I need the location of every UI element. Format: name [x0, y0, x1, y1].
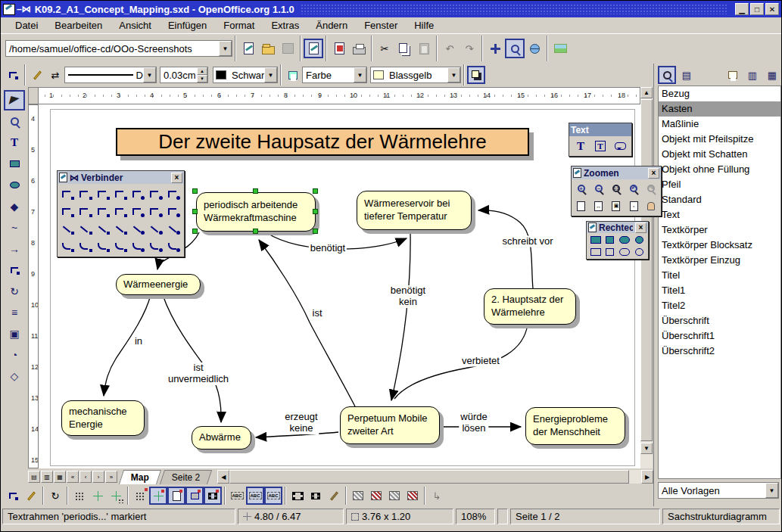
connector-option[interactable] — [129, 220, 147, 238]
undo-icon[interactable]: ↶ — [440, 39, 460, 58]
placeholder-picture-icon[interactable] — [349, 487, 367, 505]
fill-dialog-icon[interactable] — [284, 66, 302, 84]
menu-bearbeiten[interactable]: Bearbeiten — [46, 18, 111, 33]
selection-handle[interactable] — [313, 209, 318, 214]
node-waermereservoir[interactable]: Wärmereservoir bei tieferer Temperatur — [357, 191, 472, 230]
connector-option[interactable] — [76, 203, 94, 220]
style-item[interactable]: Objekt mit Schatten — [659, 147, 780, 162]
selection-handle[interactable] — [313, 188, 318, 194]
tool-rotate[interactable]: ↻ — [4, 281, 25, 301]
rotation-mode-icon[interactable]: ↻ — [46, 487, 64, 505]
node-mechanische-energie[interactable]: mechanische Energie — [61, 400, 145, 436]
copy-icon[interactable] — [394, 39, 414, 58]
close-button[interactable]: ✕ — [765, 3, 779, 15]
connector-option[interactable] — [147, 238, 164, 255]
scroll-up-icon[interactable]: ▲ — [640, 87, 653, 98]
presentation-styles-icon[interactable]: ▤ — [678, 66, 696, 84]
fill-style-dropdown-arrow[interactable]: ▼ — [354, 67, 366, 82]
drawing-canvas[interactable]: Der zweite Haupsatz der Wärmelehre benöt… — [39, 104, 640, 468]
zoom-icon[interactable] — [505, 39, 525, 58]
tool-select[interactable]: ◤ — [4, 90, 25, 110]
master-view-button[interactable]: ▥ — [41, 471, 53, 483]
tab-seite-2[interactable]: Seite 2 — [160, 470, 213, 484]
menu-fenster[interactable]: Fenster — [356, 18, 406, 33]
connector-option[interactable] — [76, 220, 94, 238]
cut-icon[interactable]: ✂ — [375, 39, 394, 58]
snap-to-margins-icon[interactable] — [167, 487, 185, 505]
edge-label-wuerde-loesen[interactable]: würde lösen — [459, 412, 488, 434]
selection-handle[interactable] — [192, 209, 198, 214]
placeholder-pattern-icon[interactable] — [367, 487, 385, 505]
zoom-object-icon[interactable]: ▫ — [625, 198, 643, 213]
url-dropdown-arrow[interactable]: ▼ — [219, 41, 232, 56]
edge-label-ist-unvermeidlich[interactable]: ist unvermeidlich — [167, 362, 230, 385]
style-item[interactable]: Standard — [659, 192, 780, 207]
style-filter-dropdown-arrow[interactable]: ▼ — [765, 483, 778, 498]
tool-connector[interactable] — [4, 260, 25, 280]
connector-option[interactable] — [112, 238, 129, 255]
hyperlink-icon[interactable] — [525, 39, 544, 58]
menu-ansicht[interactable]: Ansicht — [111, 18, 160, 33]
edit-file-icon[interactable] — [304, 39, 323, 58]
edge-label-ist[interactable]: ist — [311, 308, 324, 319]
close-icon[interactable]: × — [648, 168, 659, 179]
horizontal-ruler[interactable]: 12 34 56 78 910 1112 1314 1516 1718 — [28, 87, 640, 104]
style-item[interactable]: Überschrift — [659, 313, 780, 328]
tool-3d-object[interactable]: ◆ — [4, 196, 25, 216]
text-edit-icon[interactable]: ABC — [228, 487, 246, 505]
snap-lines-icon[interactable] — [89, 487, 107, 505]
pan-icon[interactable] — [643, 198, 660, 213]
last-page-button[interactable]: » — [105, 471, 117, 483]
square-icon[interactable] — [606, 248, 614, 256]
selection-handle[interactable] — [253, 229, 258, 234]
previous-page-button[interactable]: ‹ — [79, 471, 92, 483]
update-style-icon[interactable]: ▦ — [763, 66, 781, 84]
edge-label-erzeugt-keine[interactable]: erzeugt keine — [283, 412, 319, 434]
verbinder-palette[interactable]: ⋈ Verbinder × — [57, 170, 185, 257]
connector-option[interactable] — [147, 203, 164, 220]
close-icon[interactable]: × — [171, 173, 182, 183]
paste-icon[interactable] — [414, 39, 434, 58]
verbinder-titlebar[interactable]: ⋈ Verbinder × — [58, 171, 184, 184]
rounded-rectangle-filled-icon[interactable] — [619, 236, 630, 244]
connector-option[interactable] — [95, 203, 112, 220]
style-item[interactable]: Objekt mit Pfeilspitze — [659, 132, 780, 147]
snap-to-points-icon[interactable] — [204, 487, 222, 505]
connector-option[interactable] — [165, 220, 182, 238]
zoom-in-icon[interactable]: + — [572, 181, 590, 196]
url-combobox[interactable]: /home/samuel/office-cd/OOo-Screenshots ▼ — [5, 40, 232, 57]
connector-option[interactable] — [112, 220, 129, 238]
node-waermeenergie[interactable]: Wärmeenergie — [116, 274, 201, 295]
menu-hilfe[interactable]: Hilfe — [406, 18, 442, 33]
square-filled-icon[interactable] — [606, 236, 614, 244]
glue-points-icon[interactable] — [22, 487, 40, 505]
style-item[interactable]: Titel2 — [659, 298, 780, 313]
close-icon[interactable]: × — [635, 222, 646, 233]
style-item[interactable]: Textkörper — [659, 222, 780, 238]
url-value[interactable]: /home/samuel/office-cd/OOo-Screenshots — [6, 43, 219, 54]
node-hauptsatz[interactable]: 2. Hauptsatz der Wärmelehre — [484, 288, 576, 325]
connector-option[interactable] — [59, 185, 76, 203]
new-style-from-selection-icon[interactable]: ▥ — [743, 66, 762, 84]
callout-icon[interactable] — [612, 138, 628, 154]
node-abwaerme[interactable]: Abwärme — [192, 426, 251, 450]
grid-front-icon[interactable] — [107, 487, 125, 505]
selection-handle[interactable] — [192, 188, 198, 194]
tool-ellipse[interactable] — [4, 175, 25, 195]
line-style-select[interactable]: D ▼ — [64, 67, 157, 83]
graphics-styles-icon[interactable] — [658, 66, 676, 84]
edit-points-mode-icon[interactable] — [4, 487, 22, 505]
menu-extras[interactable]: Extras — [263, 18, 307, 33]
style-item[interactable]: Maßlinie — [659, 117, 780, 132]
zoom-100-icon[interactable]: 1:1 — [607, 181, 625, 196]
node-perpetuum-mobile[interactable]: Perpetuum Mobile zweiter Art — [340, 406, 440, 444]
style-item[interactable]: Textkörper Blocksatz — [659, 238, 780, 253]
exit-group-icon[interactable]: ↳ — [428, 487, 446, 505]
rounded-square-icon[interactable] — [635, 248, 643, 256]
zoom-next-icon[interactable]: ↷ — [643, 181, 660, 196]
zoom-optimal-icon[interactable]: ▣ — [607, 198, 625, 213]
layer-view-button[interactable]: ▦ — [54, 471, 66, 483]
connector-option[interactable] — [147, 220, 164, 238]
edge-label-benoetigt-kein[interactable]: benötigt kein — [389, 285, 427, 308]
zoom-palette[interactable]: Zoomen × + − 1:1 ↶ ↷ ↔ ▣ ▫ — [571, 166, 662, 216]
